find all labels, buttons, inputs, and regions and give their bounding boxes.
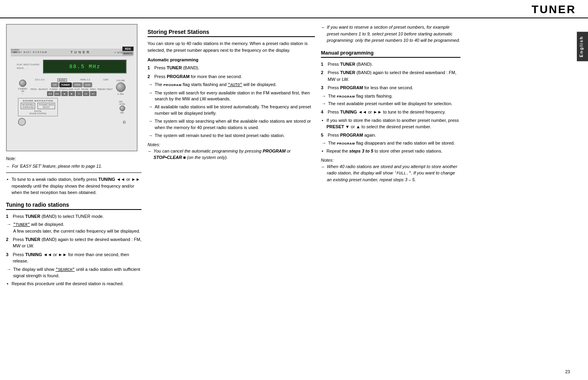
manual-step-2-text: Press TUNER (BAND) again to select the d… xyxy=(328,69,460,82)
note-section: Note: For 'EASY SET' feature, please ref… xyxy=(6,156,142,169)
manual-step-1: 1 Press TUNER (BAND). xyxy=(321,61,460,68)
auto-prog-title: Automatic programming xyxy=(147,57,315,62)
device-display: 88.5 MHz xyxy=(43,60,126,74)
band-controls: CD 1·2·3 BAND TAPE 1·2 CDR CD TUNER TAPE… xyxy=(29,78,114,96)
rds-badge: RDS NEWS/TA xyxy=(122,47,134,55)
step-3: 3 Press TUNING ◄◄ or ►► for more than on… xyxy=(6,251,142,264)
auto-arrow-3: All available radio stations will be sto… xyxy=(147,104,315,117)
step-1: 1 Press TUNER (BAND) to select TUNER mod… xyxy=(6,213,142,220)
tuning-section-title: Tuning to radio stations xyxy=(6,202,142,210)
headphone-icon: 🎧 xyxy=(123,121,126,123)
manual-step-num-1: 1 xyxy=(321,61,326,68)
auto-programming-section: Automatic programming 1 Press TUNER (BAN… xyxy=(147,57,315,161)
search-mono: "SEARCH" xyxy=(55,268,75,272)
auto-step-2: 2 Press PROGRAM for more than one second… xyxy=(147,73,315,80)
right-column: If you want to reserve a section of pres… xyxy=(321,24,460,289)
mic-section: MICLEVEL MIC xyxy=(119,100,126,114)
auto-arrow-2: The system will search for every availab… xyxy=(147,90,315,103)
standby-controls: STANDBYON○ xyxy=(18,80,27,95)
program-smallcaps-2: program xyxy=(337,95,355,98)
disc-area: 🎧 xyxy=(18,118,125,126)
step-2: 2 Press TUNER (BAND) again to select the… xyxy=(6,236,142,249)
auto-step-1: 1 Press TUNER (BAND). xyxy=(147,65,315,71)
incredible-btn: INCREDIBLESURROUND xyxy=(21,103,35,109)
step-3-text: Press TUNING ◄◄ or ►► for more than one … xyxy=(13,251,142,264)
device-product-name: TUNER xyxy=(71,50,91,54)
step-1-text: Press TUNER (BAND) to select TUNER mode. xyxy=(13,213,142,220)
step-num-3: 3 xyxy=(6,251,11,264)
reserve-note: If you want to reserve a section of pres… xyxy=(321,24,460,44)
program-smallcaps-3: program xyxy=(337,142,355,145)
device-top-bar: MINI HIFI SYSTEM TUNER ⚬ STEREO xyxy=(11,49,133,56)
standby-label: STANDBYON○ xyxy=(18,88,27,95)
manual-step-2: 2 Press TUNER (BAND) again to select the… xyxy=(321,69,460,82)
sound-nav-title: SOUND NAVIGATION xyxy=(21,100,55,102)
source-btns: CD TUNER TAPE AUX xyxy=(29,82,114,87)
auto-arrow-4: The system will stop searching when all … xyxy=(147,118,315,131)
display-text: 88.5 MHz xyxy=(69,64,100,70)
storing-title: Storing Preset Stations xyxy=(147,29,315,37)
ffw-bold: ►► xyxy=(132,177,140,182)
auto-arrow-5: The system will remain tuned to the last… xyxy=(147,133,315,139)
mic-level-label: MICLEVEL xyxy=(119,100,126,105)
volume-knob xyxy=(116,82,126,92)
cd-btn: CD xyxy=(51,82,59,87)
left-column: MINI HIFI SYSTEM TUNER ⚬ STEREO FLAT JAZ… xyxy=(6,24,142,289)
manual-bullet-2: Repeat the steps 3 to 5 to store other p… xyxy=(321,148,460,155)
manual-notes-title: Notes: xyxy=(321,158,460,163)
auto-notes-title: Notes: xyxy=(147,142,315,147)
stop-btn: ■ xyxy=(61,91,68,96)
divider xyxy=(6,172,142,173)
repeat-bullet: Repeat this procedure until the desired … xyxy=(6,281,142,287)
skip-next-btn: ►| xyxy=(90,91,96,96)
middle-column: Storing Preset Stations You can store up… xyxy=(147,24,315,289)
controls-row: STANDBYON○ CD 1·2·3 BAND TAPE 1·2 CDR CD… xyxy=(18,78,125,96)
full-mono: 'FULL." xyxy=(394,171,411,176)
step-1-arrow: "TUNER" will be displayed. A few seconds… xyxy=(6,221,142,234)
device-preset-labels: FLAT JAZZ CLASSIC ROCK . . . . xyxy=(17,63,41,70)
transport-btns: ◄◄ ►► ■ ▶ II |◄ ►| xyxy=(29,91,114,96)
auto-mono: "AUTO" xyxy=(228,83,242,87)
manual-step-3: 3 Press PROGRAM for less than one second… xyxy=(321,84,460,91)
main-content: MINI HIFI SYSTEM TUNER ⚬ STEREO FLAT JAZ… xyxy=(0,20,577,293)
manual-step-num-3: 3 xyxy=(321,84,326,91)
language-tab: English xyxy=(577,32,588,61)
sound-nav-btns: INCREDIBLESURROUND DYNAMIC BASSBOOST xyxy=(21,103,55,109)
sound-nav-section: SOUND NAVIGATION INCREDIBLESURROUND DYNA… xyxy=(18,98,125,116)
pause-btn: II xyxy=(76,91,82,96)
weak-station-note: To tune to a weak radio station, briefly… xyxy=(6,176,142,196)
cdr-label: CDR xyxy=(103,78,108,82)
device-illustration: MINI HIFI SYSTEM TUNER ⚬ STEREO FLAT JAZ… xyxy=(7,25,137,151)
step-num-1: 1 xyxy=(6,213,11,220)
function-labels: PROG SEARCH · TUNING STOP•CLEAR FLAT PAU… xyxy=(29,88,114,90)
sound-nav-box: SOUND NAVIGATION INCREDIBLESURROUND DYNA… xyxy=(18,98,58,116)
aux-btn: AUX xyxy=(83,82,92,87)
volume-label: VOLUME xyxy=(116,79,125,82)
search-tuning-label: SEARCH · TUNING xyxy=(38,88,58,90)
note-label: Note: xyxy=(6,156,142,161)
device-image: MINI HIFI SYSTEM TUNER ⚬ STEREO FLAT JAZ… xyxy=(6,24,138,151)
program-smallcaps-1: program xyxy=(163,83,181,87)
note-easy-set: For 'EASY SET' feature, please refer to … xyxy=(6,163,142,169)
play-btn: ▶ xyxy=(69,91,75,96)
prev-label: PREV xyxy=(90,88,96,90)
tuning-bold: TUNING ◄◄ xyxy=(98,177,125,182)
page-title: TUNER xyxy=(532,3,576,16)
digital-sound-label: DIGITALSOUND CONTROL xyxy=(21,110,55,115)
page-number: 23 xyxy=(565,369,570,374)
auto-step-2-text: Press PROGRAM for more than one second. xyxy=(154,73,315,80)
manual-note-1: When 40 radio stations are stored and yo… xyxy=(321,164,460,183)
volume-section: VOLUME A. REV xyxy=(116,79,126,95)
tuner-mono: "TUNER" xyxy=(13,223,30,227)
manual-arrow-3: The program flag disappears and the radi… xyxy=(321,140,460,147)
manual-step-4-text: Press TUNING ◄◄ or ►► to tune to the des… xyxy=(328,109,460,116)
manual-step-num-5: 5 xyxy=(321,132,326,139)
auto-note-1: You can cancel the automatic programming… xyxy=(147,148,315,161)
cd-label: CD 1·2·3 xyxy=(35,78,45,82)
tuner-btn: TUNER xyxy=(59,82,72,87)
manual-step-1-text: Press TUNER (BAND). xyxy=(328,61,460,68)
mic-label: MIC xyxy=(120,112,124,114)
band-label: BAND xyxy=(57,78,67,82)
prog-label: PROG xyxy=(31,88,37,90)
tape-label: TAPE 1·2 xyxy=(80,78,90,82)
